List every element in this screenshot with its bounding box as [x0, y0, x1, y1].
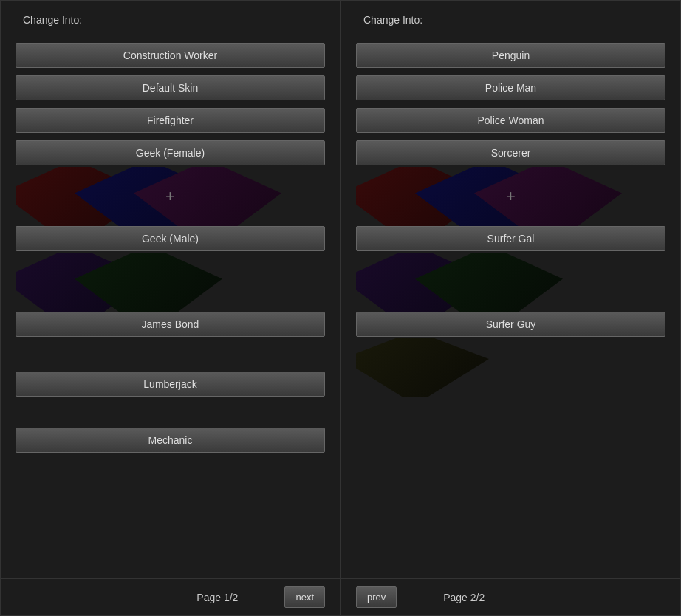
right-content: Penguin Police Man Police Woman Sorcerer — [356, 33, 665, 434]
police-man-button[interactable]: Police Man — [356, 75, 665, 100]
surfer-gal-preview — [356, 253, 665, 312]
left-panel-title: Change Into: — [16, 1, 325, 33]
list-item: Police Man — [356, 69, 665, 100]
right-panel: Change Into: Penguin Police Man Police W… — [340, 0, 681, 616]
list-item: Lumberjack — [16, 372, 325, 428]
lumberjack-button[interactable]: Lumberjack — [16, 372, 325, 397]
construction-worker-button[interactable]: Construction Worker — [16, 43, 325, 68]
next-button[interactable]: next — [284, 586, 325, 608]
surfer-guy-button[interactable]: Surfer Guy — [356, 312, 665, 337]
list-item: Sorcerer + — [356, 134, 665, 226]
geek-female-button[interactable]: Geek (Female) — [16, 140, 325, 165]
left-panel: Change Into: Construction Worker Default… — [0, 0, 340, 616]
list-item: Police Woman — [356, 102, 665, 133]
prev-button[interactable]: prev — [356, 586, 397, 608]
list-item: Firefighter — [16, 102, 325, 133]
james-bond-button[interactable]: James Bond — [16, 312, 325, 337]
list-item: Default Skin — [16, 69, 325, 100]
list-item: Geek (Male) — [16, 226, 325, 312]
default-skin-button[interactable]: Default Skin — [16, 75, 325, 100]
surfer-guy-bg — [356, 338, 665, 397]
right-panel-title: Change Into: — [356, 1, 665, 33]
james-bond-preview — [16, 338, 325, 372]
right-page-info: Page 2/2 — [397, 592, 531, 603]
geek-male-button[interactable]: Geek (Male) — [16, 226, 325, 251]
surfer-gal-button[interactable]: Surfer Gal — [356, 226, 665, 251]
left-page-info: Page 1/2 — [150, 592, 284, 603]
deco-shape — [356, 338, 489, 397]
list-item: Penguin — [356, 37, 665, 68]
left-content: Construction Worker Default Skin Firefig… — [16, 33, 325, 491]
list-item: Surfer Gal — [356, 226, 665, 312]
main-container: Change Into: Construction Worker Default… — [0, 0, 681, 616]
geek-female-preview: + — [16, 167, 325, 226]
mechanic-button[interactable]: Mechanic — [16, 428, 325, 453]
surfer-guy-preview — [356, 338, 665, 397]
right-bottom-bar: prev Page 2/2 — [341, 578, 680, 615]
penguin-button[interactable]: Penguin — [356, 43, 665, 68]
geek-male-preview — [16, 253, 325, 312]
sorcerer-preview: + — [356, 167, 665, 226]
list-item: Surfer Guy — [356, 312, 665, 397]
left-bottom-bar: Page 1/2 next — [1, 578, 340, 615]
sorcerer-button[interactable]: Sorcerer — [356, 140, 665, 165]
police-woman-button[interactable]: Police Woman — [356, 108, 665, 133]
list-item: Geek (Female) + — [16, 134, 325, 226]
list-item: Mechanic — [16, 428, 325, 453]
list-item: James Bond — [16, 312, 325, 372]
plus-icon: + — [165, 187, 175, 206]
plus-icon: + — [506, 187, 516, 206]
lumberjack-preview — [16, 398, 325, 428]
firefighter-button[interactable]: Firefighter — [16, 108, 325, 133]
list-item: Construction Worker — [16, 37, 325, 68]
